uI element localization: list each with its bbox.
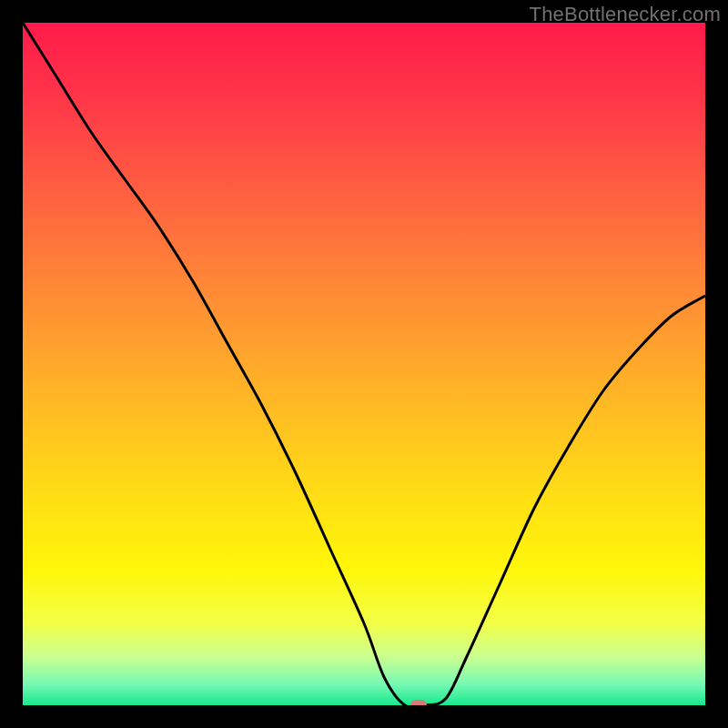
plot-area bbox=[23, 23, 705, 705]
optimal-point-marker bbox=[410, 700, 427, 705]
watermark-text: TheBottlenecker.com bbox=[530, 3, 721, 26]
curve-layer bbox=[23, 23, 705, 705]
chart-frame: TheBottlenecker.com bbox=[0, 0, 728, 728]
bottleneck-curve bbox=[23, 23, 705, 705]
